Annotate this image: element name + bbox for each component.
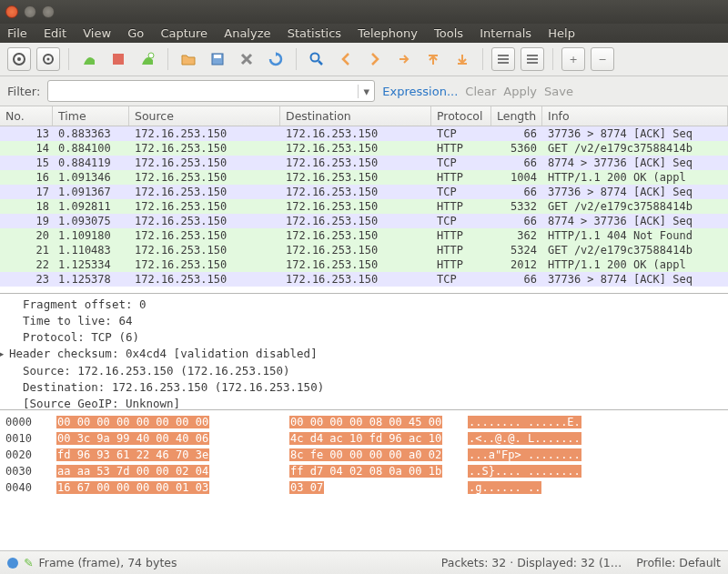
col-time[interactable]: Time (53, 106, 129, 126)
arrow-top-icon (427, 52, 440, 66)
hex-line[interactable]: 0030aa aa 53 7d 00 00 02 04ff d7 04 02 0… (5, 463, 723, 479)
menu-bar: File Edit View Go Capture Analyze Statis… (0, 24, 728, 43)
gear-icon (41, 52, 56, 66)
zoom-out-button[interactable]: − (591, 47, 614, 71)
col-len[interactable]: Length (491, 106, 542, 126)
colorize-button[interactable] (491, 47, 515, 71)
find-button[interactable] (305, 47, 329, 71)
table-row[interactable]: 171.091367172.16.253.150172.16.253.150TC… (0, 185, 728, 199)
hex-line[interactable]: 001000 3c 9a 99 40 00 40 064c d4 ac 10 f… (5, 430, 723, 447)
table-row[interactable]: 201.109180172.16.253.150172.16.253.150HT… (0, 228, 728, 243)
window-minimize-button[interactable] (24, 5, 36, 18)
menu-view[interactable]: View (83, 26, 111, 40)
menu-edit[interactable]: Edit (44, 26, 66, 40)
hex-line[interactable]: 004016 67 00 00 00 00 01 0303 07.g......… (5, 479, 723, 496)
stop-capture-button[interactable] (106, 47, 130, 71)
interfaces-button[interactable] (7, 47, 31, 71)
menu-go[interactable]: Go (127, 26, 144, 40)
status-profile[interactable]: Profile: Default (636, 556, 721, 569)
table-row[interactable]: 191.093075172.16.253.150172.16.253.150TC… (0, 214, 728, 228)
go-forward-button[interactable] (363, 47, 387, 71)
svg-rect-12 (498, 62, 509, 64)
menu-analyze[interactable]: Analyze (224, 26, 270, 40)
menu-statistics[interactable]: Statistics (288, 26, 341, 40)
hex-line[interactable]: 0020fd 96 93 61 22 46 70 3e8c fe 00 00 0… (5, 447, 723, 463)
svg-rect-11 (498, 58, 509, 60)
table-row[interactable]: 161.091346172.16.253.150172.16.253.150HT… (0, 170, 728, 185)
filter-save-link[interactable]: Save (544, 85, 573, 98)
detail-line[interactable]: Source: 172.16.253.150 (172.16.253.150) (9, 363, 724, 379)
close-file-button[interactable] (235, 47, 258, 71)
save-file-button[interactable] (206, 47, 229, 71)
fin-start-icon (81, 51, 97, 67)
table-row[interactable]: 150.884119172.16.253.150172.16.253.150TC… (0, 156, 728, 170)
menu-capture[interactable]: Capture (160, 26, 207, 40)
filter-apply-link[interactable]: Apply (503, 85, 537, 98)
filter-input[interactable] (48, 83, 358, 100)
capture-comment-icon[interactable]: ✎ (24, 556, 33, 569)
go-back-button[interactable] (334, 47, 358, 71)
go-last-button[interactable] (450, 47, 474, 71)
detail-line[interactable]: Time to live: 64 (9, 313, 724, 329)
status-bar: ✎ Frame (frame), 74 bytes Packets: 32 · … (0, 550, 728, 574)
table-row[interactable]: 211.110483172.16.253.150172.16.253.150HT… (0, 243, 728, 257)
window-close-button[interactable] (5, 5, 18, 18)
svg-rect-7 (214, 55, 221, 58)
expert-info-icon[interactable] (7, 558, 18, 569)
menu-help[interactable]: Help (548, 26, 575, 40)
col-proto[interactable]: Protocol (431, 106, 491, 126)
filter-bar: Filter: ▾ Expression... Clear Apply Save (0, 76, 728, 106)
window-maximize-button[interactable] (42, 5, 55, 18)
go-to-button[interactable] (392, 47, 416, 71)
filter-combo[interactable]: ▾ (47, 80, 375, 102)
search-icon (309, 52, 324, 66)
reload-button[interactable] (264, 47, 288, 71)
svg-point-5 (148, 53, 154, 58)
detail-line[interactable]: [Source GeoIP: Unknown] (9, 396, 724, 410)
menu-telephony[interactable]: Telephony (358, 26, 418, 40)
svg-point-8 (311, 54, 319, 62)
col-info[interactable]: Info (542, 106, 728, 126)
table-row[interactable]: 130.883363172.16.253.150172.16.253.150TC… (0, 126, 728, 141)
table-row[interactable]: 140.884100172.16.253.150172.16.253.150HT… (0, 141, 728, 156)
hex-line[interactable]: 000000 00 00 00 00 00 00 0000 00 00 00 0… (5, 414, 723, 430)
svg-rect-13 (527, 55, 538, 56)
menu-tools[interactable]: Tools (434, 26, 463, 40)
packet-list-header: No. Time Source Destination Protocol Len… (0, 106, 728, 126)
col-dest[interactable]: Destination (280, 106, 431, 126)
svg-point-3 (47, 58, 50, 61)
zoom-in-button[interactable]: + (561, 47, 585, 71)
start-capture-button[interactable] (77, 47, 101, 71)
window-titlebar (0, 0, 728, 24)
restart-capture-button[interactable] (136, 47, 159, 71)
svg-rect-14 (527, 58, 538, 60)
status-packets: Packets: 32 · Displayed: 32 (1… (441, 556, 622, 569)
folder-open-icon (181, 53, 196, 65)
table-row[interactable]: 221.125334172.16.253.150172.16.253.150HT… (0, 257, 728, 272)
filter-expression-link[interactable]: Expression... (382, 85, 458, 98)
packet-list-body[interactable]: 130.883363172.16.253.150172.16.253.150TC… (0, 126, 728, 293)
filter-dropdown-arrow[interactable]: ▾ (358, 85, 374, 98)
filter-clear-link[interactable]: Clear (465, 85, 496, 98)
detail-line[interactable]: Header checksum: 0x4cd4 [validation disa… (9, 346, 724, 362)
table-row[interactable]: 181.092811172.16.253.150172.16.253.150HT… (0, 199, 728, 214)
filter-label: Filter: (7, 85, 40, 98)
options-button[interactable] (36, 47, 60, 71)
goto-arrow-icon (398, 53, 410, 65)
col-no[interactable]: No. (0, 106, 53, 126)
detail-line[interactable]: Fragment offset: 0 (9, 297, 724, 313)
fin-restart-icon (139, 51, 156, 67)
open-file-button[interactable] (177, 47, 200, 71)
packet-details-pane[interactable]: Fragment offset: 0 Time to live: 64 Prot… (0, 294, 728, 410)
go-first-button[interactable] (421, 47, 445, 71)
menu-internals[interactable]: Internals (480, 26, 531, 40)
packet-bytes-pane[interactable]: 000000 00 00 00 00 00 00 0000 00 00 00 0… (0, 410, 728, 550)
col-source[interactable]: Source (129, 106, 280, 126)
table-row[interactable]: 231.125378172.16.253.150172.16.253.150TC… (0, 272, 728, 287)
chevron-right-icon (369, 53, 380, 65)
detail-line[interactable]: Protocol: TCP (6) (9, 329, 724, 346)
menu-file[interactable]: File (7, 26, 27, 40)
save-icon (211, 53, 224, 65)
detail-line[interactable]: Destination: 172.16.253.150 (172.16.253.… (9, 379, 724, 396)
auto-scroll-button[interactable] (521, 47, 544, 71)
